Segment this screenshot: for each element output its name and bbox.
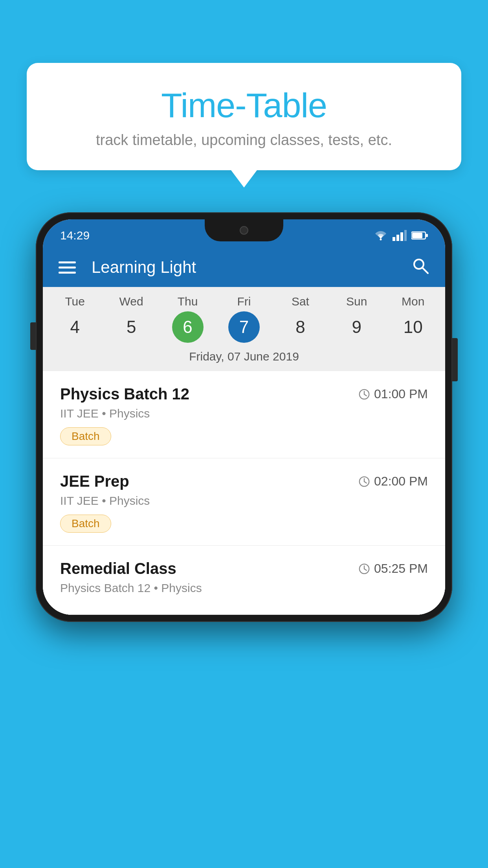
item-time: 01:00 PM [358,387,428,401]
day-label: Fri [237,295,251,308]
clock-icon [358,563,370,575]
day-label: Mon [402,295,424,308]
day-label: Sun [346,295,367,308]
svg-rect-3 [400,232,403,241]
svg-rect-6 [412,233,422,238]
day-number: 7 [228,311,260,343]
hamburger-line-2 [59,267,76,268]
item-time: 02:00 PM [358,474,428,489]
signal-icon [393,230,407,241]
calendar-strip: Tue4Wed5Thu6Fri7Sat8Sun9Mon10 Friday, 07… [43,287,445,371]
wifi-icon [374,230,388,241]
search-button[interactable] [411,256,429,279]
item-subtitle: Physics Batch 12 • Physics [60,581,428,595]
schedule-list: Physics Batch 12 01:00 PM IIT JEE • Phys… [43,371,445,615]
item-header: Remedial Class 05:25 PM [60,560,428,577]
svg-rect-7 [426,234,428,237]
svg-line-18 [364,569,367,570]
status-icons [374,230,428,241]
schedule-item-0[interactable]: Physics Batch 12 01:00 PM IIT JEE • Phys… [43,371,445,458]
day-number: 8 [284,311,316,343]
item-header: Physics Batch 12 01:00 PM [60,385,428,403]
svg-rect-2 [396,235,399,241]
day-col-sun[interactable]: Sun9 [331,295,382,343]
batch-badge: Batch [60,515,111,533]
day-col-sat[interactable]: Sat8 [275,295,326,343]
status-time: 14:29 [60,229,90,242]
svg-line-9 [422,268,428,273]
bubble-subtitle: track timetable, upcoming classes, tests… [46,132,442,149]
svg-point-0 [380,239,382,241]
item-title: Physics Batch 12 [60,385,189,403]
item-title: JEE Prep [60,473,129,490]
day-col-thu[interactable]: Thu6 [162,295,213,343]
svg-line-12 [364,394,367,396]
schedule-item-1[interactable]: JEE Prep 02:00 PM IIT JEE • Physics Batc… [43,458,445,546]
battery-icon [411,231,428,240]
phone-outer: 14:29 [36,212,452,622]
day-number: 4 [59,311,91,343]
day-number: 6 [172,311,204,343]
day-number: 5 [116,311,147,343]
day-label: Sat [292,295,309,308]
clock-icon [358,388,370,400]
day-label: Wed [119,295,143,308]
days-row: Tue4Wed5Thu6Fri7Sat8Sun9Mon10 [43,295,445,343]
item-time: 05:25 PM [358,561,428,576]
batch-badge: Batch [60,427,111,445]
hamburger-menu-button[interactable] [59,261,76,274]
item-title: Remedial Class [60,560,176,577]
day-label: Thu [178,295,198,308]
bubble-title: Time-Table [46,86,442,125]
day-number: 9 [341,311,372,343]
item-subtitle: IIT JEE • Physics [60,494,428,508]
svg-rect-1 [393,237,395,241]
day-col-fri[interactable]: Fri7 [218,295,270,343]
app-title: Learning Light [92,258,395,277]
day-col-wed[interactable]: Wed5 [106,295,157,343]
item-header: JEE Prep 02:00 PM [60,473,428,490]
hamburger-line-3 [59,272,76,274]
hamburger-line-1 [59,261,76,263]
day-number: 10 [397,311,429,343]
phone-notch [205,219,283,241]
phone-wrapper: 14:29 [36,212,452,622]
item-subtitle: IIT JEE • Physics [60,407,428,420]
day-col-mon[interactable]: Mon10 [387,295,438,343]
svg-line-15 [364,482,367,483]
speech-bubble: Time-Table track timetable, upcoming cla… [27,63,461,170]
clock-icon [358,476,370,487]
day-label: Tue [65,295,85,308]
schedule-item-2[interactable]: Remedial Class 05:25 PM Physics Batch 12… [43,546,445,615]
svg-rect-4 [404,230,407,241]
app-bar: Learning Light [43,248,445,287]
selected-date-label: Friday, 07 June 2019 [43,343,445,371]
front-camera [240,226,248,235]
phone-screen: 14:29 [43,219,445,615]
day-col-tue[interactable]: Tue4 [50,295,101,343]
